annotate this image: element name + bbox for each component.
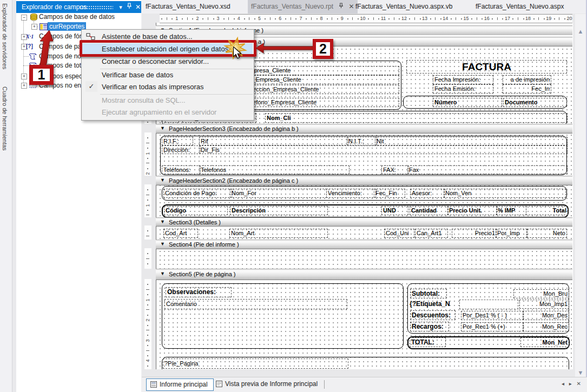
field-por-imp[interactable]: Por_Imp <box>496 229 527 238</box>
ruler-number: 2 <box>196 16 199 21</box>
label-observaciones[interactable]: Observaciones: <box>166 287 232 297</box>
label-subtotal[interactable]: Subtotal: <box>410 289 447 298</box>
section-bar-s5[interactable]: ▼ Section5 (Pie de página ) <box>156 269 572 280</box>
label-numero[interactable]: Número <box>433 98 502 107</box>
section-bar-s3[interactable]: ▼ Section3 (Detalles ) <box>156 217 572 227</box>
menu-item-mostrar-sql[interactable]: Mostrar consulta de SQL... <box>82 95 254 107</box>
label-condicion-pago[interactable]: Condición de Pago: <box>163 189 232 198</box>
field-nom-art[interactable]: Nom_Art <box>229 229 328 238</box>
field-rif[interactable]: Rif <box>199 137 348 145</box>
label-vencimiento[interactable]: Vencimiento: <box>326 189 376 198</box>
ruler-tick <box>373 17 374 20</box>
tab-aspx-vb[interactable]: fFacturas_Ventas_Nuevo.aspx.vb <box>352 0 459 14</box>
field-rif-empresa-cliente[interactable]: Rif_Empresa_Cliente <box>243 75 399 84</box>
label-fecha-emision[interactable]: Fecha Emisión: <box>433 84 493 94</box>
label-fax[interactable]: FAX: <box>381 165 409 174</box>
field-pie-pagina[interactable]: ?Pie_Pagina <box>163 358 348 369</box>
field-por-des[interactable]: Por_Des1 % ( - ) <box>461 311 524 320</box>
label-direccion[interactable]: Dirección: <box>162 145 201 154</box>
field-neto[interactable]: Neto <box>527 229 567 238</box>
label-fecha-impresion[interactable]: Fecha Impresión: <box>433 75 493 84</box>
field-fec-fin[interactable]: Fec_Fin <box>374 189 405 198</box>
header-und[interactable]: UND <box>381 206 408 215</box>
field-nom-cli[interactable]: Nom_Cli <box>265 113 568 123</box>
header-precio-unit[interactable]: Precio Unit. <box>447 206 497 215</box>
label-telefonos[interactable]: Teléfonos: <box>162 165 201 174</box>
sidebar-tab-server-explorer[interactable]: Explorador de servidores <box>2 3 8 69</box>
scroll-up-icon[interactable]: ▲ <box>577 28 584 35</box>
field-explorer-titlebar[interactable]: Explorador de campos ▾ ✕ <box>16 1 141 13</box>
field-telefono-empresa-cliente[interactable]: Telefono_Empresa_Cliente <box>243 98 399 107</box>
field-nom-ven[interactable]: Nom_Ven <box>444 189 566 198</box>
vertical-scrollbar[interactable]: ▲ ▼ <box>575 14 586 377</box>
ruler-number: 12 <box>401 16 407 21</box>
menu-item-verificar-bd[interactable]: Verificar base de datos <box>82 69 254 81</box>
tree-item-database-fields[interactable]: Campos de base de datos <box>39 13 115 21</box>
window-position-icon[interactable]: ▾ <box>116 3 125 11</box>
section-bar-ph2[interactable]: ▼ PageHeaderSection2 (Encabezado de pági… <box>156 176 572 185</box>
field-factura-title[interactable]: FACTURA <box>406 60 567 74</box>
tab-xsd[interactable]: fFacturas_Ventas_Nuevo.xsd <box>142 0 237 14</box>
field-cod-art[interactable]: Cod_Art <box>163 229 198 238</box>
field-mon-rec[interactable]: Mon_Rec <box>523 322 569 331</box>
label-recargos[interactable]: Recargos: <box>410 322 449 331</box>
ruler-mark <box>147 355 148 356</box>
field-mon-net[interactable]: Mon_Net <box>520 337 569 347</box>
ruler-dot <box>471 18 472 19</box>
scroll-down-icon[interactable]: ▼ <box>577 369 584 376</box>
field-fax[interactable]: Fax <box>407 165 568 174</box>
field-precio1[interactable]: Precio1 <box>452 229 497 238</box>
tab-nav-icons[interactable]: ◂ ▸ ✕ <box>562 381 583 387</box>
field-por-rec[interactable]: Por_Rec1 % (+) <box>461 322 524 331</box>
menu-item-label: Verificar en todas als impresoras <box>102 81 204 93</box>
field-dir-fis[interactable]: Dir_Fis <box>199 145 568 154</box>
field-empresa-cliente[interactable]: Empresa_Cliente <box>243 66 399 75</box>
expander-expand[interactable]: + <box>21 83 27 89</box>
ruler-number: 7 <box>299 16 302 21</box>
label-total[interactable]: TOTAL: <box>410 337 446 347</box>
field-etiqueta[interactable]: {?Etiqueta_N <box>410 300 458 308</box>
tab-aspx[interactable]: fFacturas_Ventas_Nuevo.aspx <box>472 0 570 14</box>
field-mon-des[interactable]: Mon_Des <box>523 311 569 320</box>
header-cantidad[interactable]: Cantidad <box>410 206 449 215</box>
ruler-dot <box>192 18 193 19</box>
label-descuentos[interactable]: Descuentos: <box>410 310 456 320</box>
tab-vista-previa[interactable]: Vista previa de Informe principal <box>212 378 323 390</box>
field-nit[interactable]: Nit <box>375 137 568 145</box>
label-asesor[interactable]: Asesor: <box>410 189 445 198</box>
sidebar-tab-toolbox[interactable]: Cuadro de herramientas <box>2 87 8 151</box>
field-fecha-emision[interactable]: Fec_In <box>503 84 551 94</box>
expander-collapse[interactable]: − <box>21 15 27 21</box>
field-nom-for[interactable]: Nom_For <box>230 189 327 198</box>
label-rif[interactable]: R.I.F.: <box>162 137 193 145</box>
field-mon-imp[interactable]: Mon_Imp1 <box>519 300 569 309</box>
tab-informe-principal[interactable]: Informe principal <box>146 378 214 391</box>
menu-item-verificar-impresoras[interactable]: ✓ Verificar en todas als impresoras <box>82 81 254 93</box>
ruler-number: 4 <box>145 360 150 362</box>
tab-rpt[interactable]: fFacturas_Ventas_Nuevo.rpt ✕ <box>248 0 358 14</box>
header-descripcion[interactable]: Descripción <box>230 206 328 215</box>
section-bar-ph3[interactable]: ▼ PageHeaderSection3 (Encabezado de pági… <box>156 124 572 134</box>
header-total[interactable]: Total <box>526 206 568 215</box>
ruler-mark <box>147 148 148 149</box>
label-nit[interactable]: N.I.T.: <box>347 137 377 145</box>
close-icon[interactable]: ✕ <box>134 3 142 11</box>
tab-pin-icon[interactable] <box>339 3 345 10</box>
ruler-mark <box>147 253 148 254</box>
ruler-dot <box>399 18 400 19</box>
header-codigo[interactable]: Código <box>164 206 228 215</box>
field-fecha-impresion[interactable]: a de impresión <box>503 75 551 84</box>
field-etiqueta-value[interactable] <box>459 300 518 309</box>
field-telefonos[interactable]: Telefonos <box>199 165 349 174</box>
expander-expand[interactable]: + <box>21 74 27 79</box>
field-direccion-empresa-cliente[interactable]: Direccion_Empresa_Cliente <box>243 85 399 94</box>
pin-icon[interactable] <box>125 3 134 11</box>
field-can-art[interactable]: Can_Art1 <box>415 229 448 238</box>
field-comentario[interactable]: Comentario <box>164 299 347 309</box>
field-mon-bru[interactable]: Mon_Bru <box>513 289 569 298</box>
header-imp[interactable]: % IMP <box>496 206 526 215</box>
section-bar-s4[interactable]: ▼ Section4 (Pie del informe ) <box>156 240 572 249</box>
field-cod-uni[interactable]: Cod_Uni <box>384 229 414 238</box>
menu-item-ejecutar-agrupamiento[interactable]: Ejecutar agrupamiento en el servidor <box>82 107 254 118</box>
label-documento[interactable]: Documento <box>503 98 567 107</box>
